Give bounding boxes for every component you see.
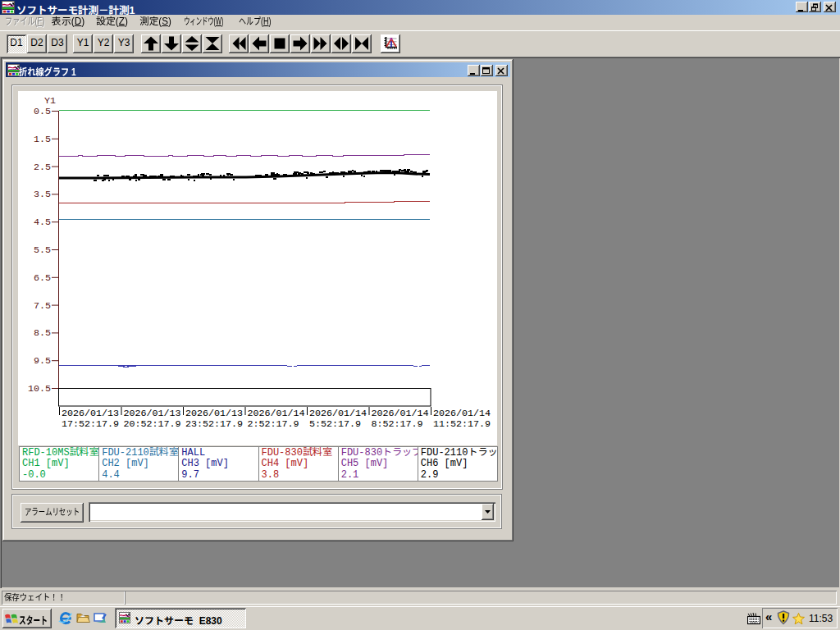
svg-text:8:52:17.9: 8:52:17.9 [372, 418, 423, 430]
svg-text:2026/01/14: 2026/01/14 [248, 408, 305, 419]
svg-text:5.5: 5.5 [34, 244, 51, 256]
svg-text:4.5: 4.5 [34, 217, 51, 228]
svg-text:2026/01/14: 2026/01/14 [433, 408, 491, 419]
svg-text:20:52:17.9: 20:52:17.9 [124, 418, 181, 430]
svg-text:2.5: 2.5 [34, 162, 51, 173]
svg-text:2026/01/13: 2026/01/13 [62, 408, 119, 419]
svg-text:5:52:17.9: 5:52:17.9 [309, 418, 361, 430]
svg-text:2026/01/13: 2026/01/13 [124, 408, 181, 419]
svg-text:7.5: 7.5 [34, 300, 51, 312]
svg-text:10.5: 10.5 [28, 383, 51, 395]
svg-text:9.5: 9.5 [34, 355, 51, 367]
svg-text:23:52:17.9: 23:52:17.9 [185, 418, 243, 430]
svg-text:17:52:17.9: 17:52:17.9 [62, 418, 119, 430]
svg-text:8.5: 8.5 [34, 327, 51, 339]
svg-text:2026/01/14: 2026/01/14 [372, 408, 429, 419]
svg-text:2026/01/14: 2026/01/14 [309, 408, 367, 419]
svg-text:Y1: Y1 [44, 95, 56, 107]
svg-text:2:52:17.9: 2:52:17.9 [248, 418, 299, 430]
svg-text:0.5: 0.5 [34, 106, 51, 117]
svg-text:2026/01/13: 2026/01/13 [185, 408, 243, 419]
svg-text:1.5: 1.5 [34, 134, 51, 145]
svg-text:6.5: 6.5 [34, 272, 51, 284]
svg-text:11:52:17.9: 11:52:17.9 [433, 418, 491, 430]
svg-text:3.5: 3.5 [34, 189, 51, 200]
